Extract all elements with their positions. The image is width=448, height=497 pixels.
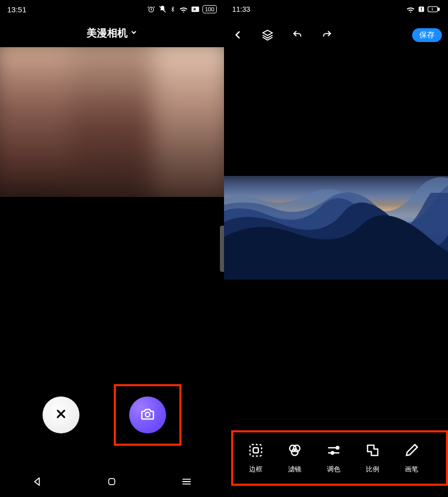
left-screenshot: 13:51 100 美漫相机	[0, 0, 224, 497]
status-time: 11:33	[232, 5, 250, 13]
save-button[interactable]: 保存	[412, 28, 442, 42]
camera-icon	[140, 406, 155, 424]
alarm-icon	[147, 5, 155, 13]
svg-rect-7	[250, 444, 262, 456]
svg-rect-1	[191, 7, 199, 12]
right-screenshot: 11:33 保存	[224, 0, 448, 497]
svg-rect-8	[253, 448, 258, 453]
bluetooth-icon	[170, 5, 176, 13]
camera-highlight-box	[114, 384, 181, 446]
mute-icon	[158, 5, 167, 13]
battery-icon	[427, 6, 440, 13]
chevron-down-icon	[130, 27, 138, 39]
svg-point-11	[292, 449, 298, 455]
tool-highlight-box: 边框 滤镜 调色 比例 画笔	[231, 430, 448, 486]
editor-toolbar: 保存	[224, 18, 448, 51]
status-bar: 13:51 100	[0, 0, 224, 18]
status-time: 13:51	[7, 5, 27, 14]
tool-label: 比例	[366, 465, 379, 474]
tool-tune[interactable]: 调色	[314, 443, 353, 474]
svg-point-2	[145, 412, 150, 417]
status-bar: 11:33	[224, 0, 448, 18]
nav-back-icon[interactable]	[32, 476, 43, 487]
tool-label: 滤镜	[288, 465, 301, 474]
svg-point-13	[331, 451, 334, 454]
tune-icon	[326, 443, 341, 460]
title-dropdown[interactable]: 美漫相机	[0, 18, 224, 47]
brush-icon	[404, 443, 419, 460]
tool-label: 边框	[249, 465, 262, 474]
alert-icon	[418, 6, 425, 13]
page-title: 美漫相机	[87, 26, 128, 40]
tool-brush[interactable]: 画笔	[392, 443, 431, 474]
svg-rect-3	[109, 479, 115, 485]
undo-button[interactable]	[290, 30, 305, 40]
battery-indicator: 100	[202, 5, 217, 13]
close-button[interactable]	[43, 396, 79, 433]
svg-rect-6	[438, 8, 440, 10]
nav-home-icon[interactable]	[107, 476, 117, 487]
tool-ratio[interactable]: 比例	[353, 443, 392, 474]
close-icon	[54, 407, 68, 423]
status-icons	[406, 6, 440, 13]
android-nav-bar	[0, 466, 224, 497]
camera-button[interactable]	[129, 396, 166, 433]
card-icon	[191, 6, 199, 12]
layers-button[interactable]	[260, 29, 275, 41]
ratio-icon	[365, 443, 380, 460]
wifi-icon	[406, 6, 415, 13]
back-button[interactable]	[230, 30, 246, 40]
tool-frame[interactable]: 边框	[236, 443, 275, 474]
tool-filter[interactable]: 滤镜	[275, 443, 314, 474]
nav-recent-icon[interactable]	[181, 476, 192, 487]
frame-icon	[248, 443, 263, 460]
tool-label: 画笔	[405, 465, 418, 474]
side-handle[interactable]	[220, 226, 224, 272]
tool-doodle[interactable]: 涂鸦	[443, 3, 448, 481]
bottom-actions	[0, 384, 224, 446]
tool-label: 调色	[327, 465, 340, 474]
editor-canvas[interactable]	[224, 176, 448, 280]
wifi-icon	[179, 6, 188, 13]
filter-icon	[287, 443, 302, 460]
redo-button[interactable]	[319, 30, 335, 40]
svg-point-12	[336, 446, 339, 449]
photo-preview	[0, 47, 224, 197]
status-icons: 100	[147, 5, 217, 13]
